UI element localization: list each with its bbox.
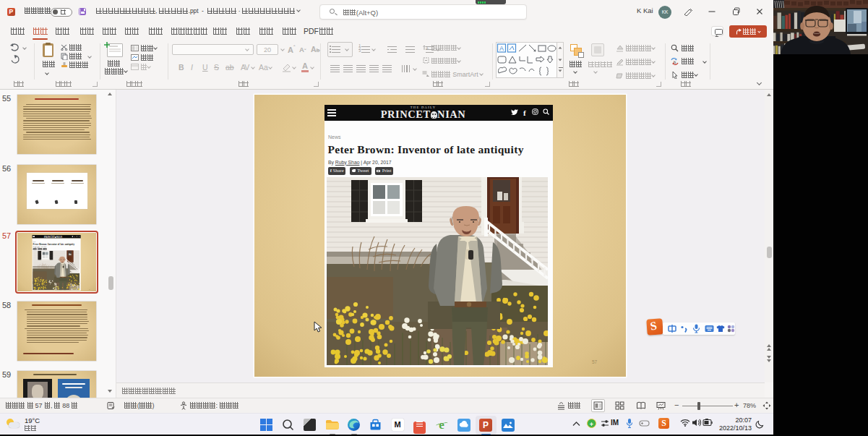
svg-text:A: A [426, 46, 429, 51]
svg-text:b: b [674, 60, 676, 64]
svg-text:A: A [499, 45, 504, 52]
